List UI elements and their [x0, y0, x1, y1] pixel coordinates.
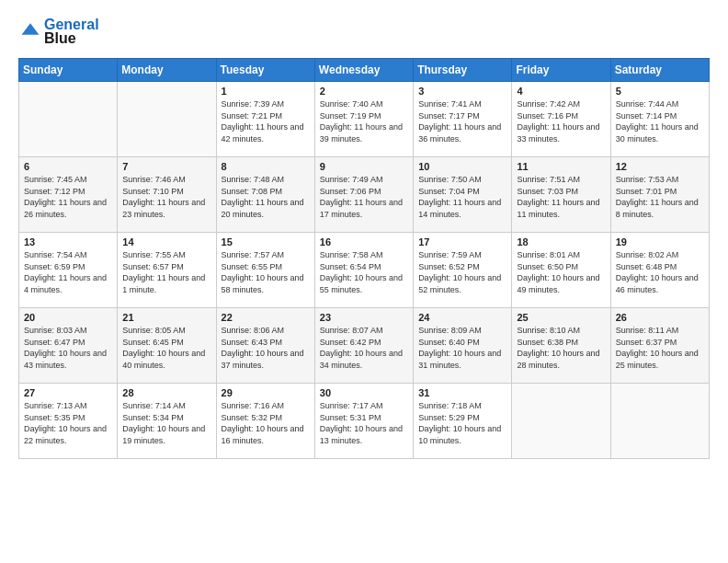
calendar-cell: 3Sunrise: 7:41 AMSunset: 7:17 PMDaylight…	[414, 82, 512, 157]
calendar-cell: 18Sunrise: 8:01 AMSunset: 6:50 PMDayligh…	[512, 233, 610, 308]
weekday-header: Thursday	[414, 59, 512, 82]
header: General Blue	[18, 17, 710, 47]
calendar-cell: 17Sunrise: 7:59 AMSunset: 6:52 PMDayligh…	[414, 233, 512, 308]
calendar-week: 27Sunrise: 7:13 AMSunset: 5:35 PMDayligh…	[19, 384, 710, 459]
day-number: 28	[122, 387, 210, 398]
day-info: Sunrise: 7:51 AMSunset: 7:03 PMDaylight:…	[517, 174, 605, 220]
day-number: 30	[320, 387, 408, 398]
logo-icon	[20, 20, 40, 40]
day-number: 2	[320, 86, 408, 97]
day-info: Sunrise: 7:53 AMSunset: 7:01 PMDaylight:…	[616, 174, 704, 220]
calendar-cell: 11Sunrise: 7:51 AMSunset: 7:03 PMDayligh…	[512, 157, 610, 233]
weekday-header: Friday	[512, 59, 610, 82]
day-info: Sunrise: 7:54 AMSunset: 6:59 PMDaylight:…	[24, 249, 112, 295]
day-number: 31	[418, 387, 506, 398]
day-number: 5	[616, 86, 704, 97]
day-info: Sunrise: 7:59 AMSunset: 6:52 PMDaylight:…	[418, 249, 506, 295]
svg-marker-0	[22, 23, 40, 35]
day-number: 10	[418, 161, 506, 172]
day-info: Sunrise: 8:07 AMSunset: 6:42 PMDaylight:…	[320, 325, 408, 371]
day-number: 26	[616, 312, 704, 323]
day-number: 18	[517, 236, 605, 247]
day-number: 21	[122, 312, 210, 323]
calendar-cell: 8Sunrise: 7:48 AMSunset: 7:08 PMDaylight…	[216, 157, 314, 233]
day-info: Sunrise: 7:49 AMSunset: 7:06 PMDaylight:…	[320, 174, 408, 220]
weekday-header: Saturday	[610, 59, 709, 82]
calendar-cell: 25Sunrise: 8:10 AMSunset: 6:38 PMDayligh…	[512, 308, 610, 384]
calendar-cell: 14Sunrise: 7:55 AMSunset: 6:57 PMDayligh…	[118, 233, 216, 308]
day-number: 25	[517, 312, 605, 323]
day-number: 13	[24, 236, 112, 247]
calendar-cell: 13Sunrise: 7:54 AMSunset: 6:59 PMDayligh…	[19, 233, 118, 308]
calendar-cell: 26Sunrise: 8:11 AMSunset: 6:37 PMDayligh…	[610, 308, 709, 384]
calendar-cell: 9Sunrise: 7:49 AMSunset: 7:06 PMDaylight…	[314, 157, 413, 233]
day-info: Sunrise: 8:05 AMSunset: 6:45 PMDaylight:…	[122, 325, 210, 371]
weekday-header: Wednesday	[314, 59, 413, 82]
calendar-cell: 12Sunrise: 7:53 AMSunset: 7:01 PMDayligh…	[610, 157, 709, 233]
calendar-cell	[19, 82, 118, 157]
day-info: Sunrise: 8:02 AMSunset: 6:48 PMDaylight:…	[616, 249, 704, 295]
day-number: 15	[222, 236, 310, 247]
day-info: Sunrise: 7:16 AMSunset: 5:32 PMDaylight:…	[222, 400, 310, 446]
calendar-week: 13Sunrise: 7:54 AMSunset: 6:59 PMDayligh…	[19, 233, 710, 308]
calendar-cell	[118, 82, 216, 157]
day-info: Sunrise: 7:17 AMSunset: 5:31 PMDaylight:…	[320, 400, 408, 446]
day-info: Sunrise: 7:13 AMSunset: 5:35 PMDaylight:…	[24, 400, 112, 446]
day-number: 3	[418, 86, 506, 97]
day-number: 19	[616, 236, 704, 247]
day-info: Sunrise: 8:06 AMSunset: 6:43 PMDaylight:…	[222, 325, 310, 371]
calendar-cell: 15Sunrise: 7:57 AMSunset: 6:55 PMDayligh…	[216, 233, 314, 308]
day-info: Sunrise: 7:48 AMSunset: 7:08 PMDaylight:…	[222, 174, 310, 220]
calendar-cell: 16Sunrise: 7:58 AMSunset: 6:54 PMDayligh…	[314, 233, 413, 308]
calendar-week: 1Sunrise: 7:39 AMSunset: 7:21 PMDaylight…	[19, 82, 710, 157]
day-number: 1	[222, 86, 310, 97]
day-info: Sunrise: 7:57 AMSunset: 6:55 PMDaylight:…	[222, 249, 310, 295]
calendar-week: 20Sunrise: 8:03 AMSunset: 6:47 PMDayligh…	[19, 308, 710, 384]
calendar-cell: 23Sunrise: 8:07 AMSunset: 6:42 PMDayligh…	[314, 308, 413, 384]
day-info: Sunrise: 7:39 AMSunset: 7:21 PMDaylight:…	[222, 98, 310, 144]
day-info: Sunrise: 7:46 AMSunset: 7:10 PMDaylight:…	[122, 174, 210, 220]
calendar-cell: 24Sunrise: 8:09 AMSunset: 6:40 PMDayligh…	[414, 308, 512, 384]
logo: General Blue	[18, 17, 99, 47]
calendar-cell: 19Sunrise: 8:02 AMSunset: 6:48 PMDayligh…	[610, 233, 709, 308]
day-info: Sunrise: 7:50 AMSunset: 7:04 PMDaylight:…	[418, 174, 506, 220]
calendar-cell: 6Sunrise: 7:45 AMSunset: 7:12 PMDaylight…	[19, 157, 118, 233]
day-info: Sunrise: 8:11 AMSunset: 6:37 PMDaylight:…	[616, 325, 704, 371]
day-info: Sunrise: 8:10 AMSunset: 6:38 PMDaylight:…	[517, 325, 605, 371]
day-number: 27	[24, 387, 112, 398]
day-number: 24	[418, 312, 506, 323]
day-info: Sunrise: 7:41 AMSunset: 7:17 PMDaylight:…	[418, 98, 506, 144]
day-number: 29	[222, 387, 310, 398]
day-info: Sunrise: 7:14 AMSunset: 5:34 PMDaylight:…	[122, 400, 210, 446]
day-info: Sunrise: 7:44 AMSunset: 7:14 PMDaylight:…	[616, 98, 704, 144]
calendar-cell: 1Sunrise: 7:39 AMSunset: 7:21 PMDaylight…	[216, 82, 314, 157]
day-info: Sunrise: 7:58 AMSunset: 6:54 PMDaylight:…	[320, 249, 408, 295]
day-info: Sunrise: 7:18 AMSunset: 5:29 PMDaylight:…	[418, 400, 506, 446]
day-info: Sunrise: 7:45 AMSunset: 7:12 PMDaylight:…	[24, 174, 112, 220]
header-row: SundayMondayTuesdayWednesdayThursdayFrid…	[19, 59, 710, 82]
calendar-cell: 10Sunrise: 7:50 AMSunset: 7:04 PMDayligh…	[414, 157, 512, 233]
calendar-week: 6Sunrise: 7:45 AMSunset: 7:12 PMDaylight…	[19, 157, 710, 233]
calendar-table: SundayMondayTuesdayWednesdayThursdayFrid…	[18, 58, 710, 459]
page: General Blue SundayMondayTuesdayWednesda…	[0, 0, 728, 468]
calendar-cell	[512, 384, 610, 459]
day-info: Sunrise: 7:40 AMSunset: 7:19 PMDaylight:…	[320, 98, 408, 144]
calendar-cell: 20Sunrise: 8:03 AMSunset: 6:47 PMDayligh…	[19, 308, 118, 384]
day-number: 14	[122, 236, 210, 247]
calendar-cell: 29Sunrise: 7:16 AMSunset: 5:32 PMDayligh…	[216, 384, 314, 459]
calendar-cell: 27Sunrise: 7:13 AMSunset: 5:35 PMDayligh…	[19, 384, 118, 459]
day-number: 17	[418, 236, 506, 247]
day-number: 22	[222, 312, 310, 323]
weekday-header: Tuesday	[216, 59, 314, 82]
day-number: 16	[320, 236, 408, 247]
day-info: Sunrise: 7:42 AMSunset: 7:16 PMDaylight:…	[517, 98, 605, 144]
day-number: 6	[24, 161, 112, 172]
day-number: 8	[222, 161, 310, 172]
day-number: 4	[517, 86, 605, 97]
calendar-cell: 5Sunrise: 7:44 AMSunset: 7:14 PMDaylight…	[610, 82, 709, 157]
calendar-cell	[610, 384, 709, 459]
calendar-cell: 28Sunrise: 7:14 AMSunset: 5:34 PMDayligh…	[118, 384, 216, 459]
day-info: Sunrise: 8:03 AMSunset: 6:47 PMDaylight:…	[24, 325, 112, 371]
calendar-cell: 21Sunrise: 8:05 AMSunset: 6:45 PMDayligh…	[118, 308, 216, 384]
day-number: 12	[616, 161, 704, 172]
